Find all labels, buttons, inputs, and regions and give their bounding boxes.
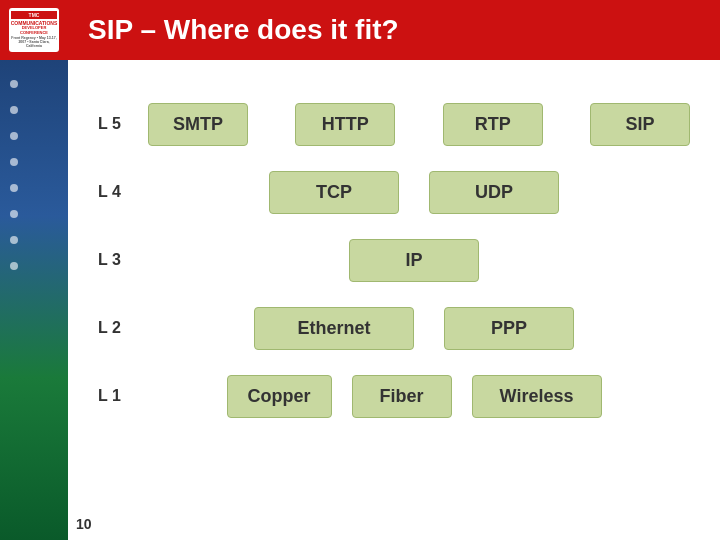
header-bar: TMC COMMUNICATIONS DEVELOPER CONFERENCE … <box>0 0 720 60</box>
protocol-wireless: Wireless <box>472 375 602 418</box>
protocol-sip: SIP <box>590 103 690 146</box>
sidebar-dot <box>10 184 18 192</box>
protocol-ip: IP <box>349 239 479 282</box>
layer-row-l5: L 5 SMTP HTTP RTP SIP <box>98 90 690 158</box>
protocol-ppp: PPP <box>444 307 574 350</box>
protocol-smtp: SMTP <box>148 103 248 146</box>
layer-label-l5: L 5 <box>98 115 138 133</box>
sidebar-dot <box>10 132 18 140</box>
layer-boxes-l3: IP <box>138 239 690 282</box>
protocol-ethernet: Ethernet <box>254 307 414 350</box>
main-content: L 5 SMTP HTTP RTP SIP L 4 TCP UDP L 3 IP <box>68 60 720 540</box>
logo-inner: TMC COMMUNICATIONS DEVELOPER CONFERENCE … <box>9 8 59 52</box>
layer-label-l1: L 1 <box>98 387 138 405</box>
layer-label-l3: L 3 <box>98 251 138 269</box>
protocol-http: HTTP <box>295 103 395 146</box>
layer-boxes-l4: TCP UDP <box>138 171 690 214</box>
sidebar-dot <box>10 210 18 218</box>
layer-boxes-l2: Ethernet PPP <box>138 307 690 350</box>
layer-row-l2: L 2 Ethernet PPP <box>98 294 690 362</box>
logo-top-bar: TMC <box>11 11 57 19</box>
protocol-copper: Copper <box>227 375 332 418</box>
logo-text: COMMUNICATIONS DEVELOPER CONFERENCE Fron… <box>9 19 60 49</box>
sidebar-dot <box>10 236 18 244</box>
page-title: SIP – Where does it fit? <box>68 14 399 46</box>
layer-row-l3: L 3 IP <box>98 226 690 294</box>
sidebar-dots <box>10 80 18 270</box>
left-sidebar <box>0 0 68 540</box>
protocol-fiber: Fiber <box>352 375 452 418</box>
layer-row-l1: L 1 Copper Fiber Wireless <box>98 362 690 430</box>
sidebar-dot <box>10 262 18 270</box>
layers-container: L 5 SMTP HTTP RTP SIP L 4 TCP UDP L 3 IP <box>98 90 690 430</box>
header-logo: TMC COMMUNICATIONS DEVELOPER CONFERENCE … <box>0 0 68 60</box>
layer-label-l4: L 4 <box>98 183 138 201</box>
layer-label-l2: L 2 <box>98 319 138 337</box>
layer-row-l4: L 4 TCP UDP <box>98 158 690 226</box>
layer-boxes-l5: SMTP HTTP RTP SIP <box>148 103 690 146</box>
sidebar-dot <box>10 158 18 166</box>
sidebar-dot <box>10 80 18 88</box>
protocol-tcp: TCP <box>269 171 399 214</box>
protocol-rtp: RTP <box>443 103 543 146</box>
slide-number: 10 <box>76 516 92 532</box>
layer-boxes-l1: Copper Fiber Wireless <box>138 375 690 418</box>
protocol-udp: UDP <box>429 171 559 214</box>
sidebar-dot <box>10 106 18 114</box>
